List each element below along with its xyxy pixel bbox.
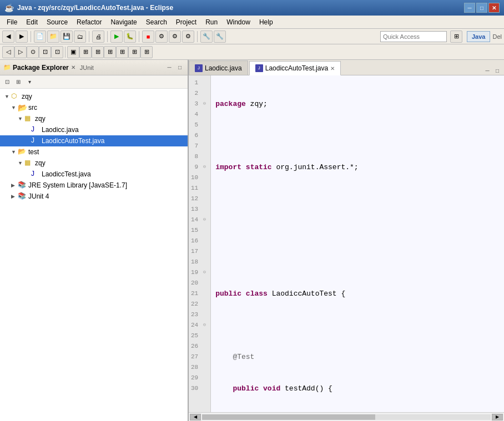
- ln-2: 2: [191, 88, 206, 99]
- label-zqy-pkg: zqy: [35, 115, 46, 123]
- menu-run[interactable]: Run: [201, 17, 222, 27]
- code-content[interactable]: package zqy; import static org.junit.Ass…: [211, 75, 504, 412]
- tree-item-src[interactable]: ▼ 📂 src: [0, 102, 188, 113]
- tree-item-test[interactable]: ▼ 📂 test: [0, 146, 188, 158]
- editor-max-btn[interactable]: □: [493, 66, 502, 75]
- toggle-test[interactable]: ▼: [11, 149, 18, 155]
- tree-item-laodicc[interactable]: ▶ J Laodicc.java: [0, 124, 188, 135]
- separator-4: [139, 31, 139, 42]
- tb-ext5[interactable]: 🔧: [214, 31, 226, 43]
- tb-run[interactable]: ▶: [110, 31, 123, 43]
- tb-stop[interactable]: ■: [142, 31, 154, 43]
- tb2-btn9[interactable]: ⊞: [104, 46, 116, 58]
- menu-edit[interactable]: Edit: [22, 17, 42, 27]
- tab-laodicc[interactable]: J Laodicc.java: [189, 60, 248, 75]
- tb-saveall[interactable]: 🗂: [74, 31, 86, 43]
- tb2-btn2[interactable]: ▷: [14, 46, 27, 58]
- code-line-2: [215, 130, 500, 141]
- label-autotest: LaodiccAutoTest.java: [42, 137, 104, 145]
- ln-5: 5: [191, 120, 206, 130]
- menu-refactor[interactable]: Refactor: [72, 17, 106, 27]
- tree-item-junit4[interactable]: ▶ 📚 JUnit 4: [0, 191, 188, 202]
- toggle-zqy-pkg[interactable]: ▼: [18, 116, 24, 121]
- separator-2: [89, 31, 89, 42]
- panel-min-btn[interactable]: ─: [165, 63, 174, 72]
- panel-collapse-all[interactable]: ⊡: [2, 77, 12, 87]
- scrollbar-thumb[interactable]: [202, 414, 375, 420]
- left-panel: 📁 Package Explorer ✕ JUnit ─ □ ⊡ ⊞ ▾ ▼ ⬡…: [0, 60, 189, 421]
- tb2-btn8[interactable]: ⊞: [92, 46, 104, 58]
- menu-search[interactable]: Search: [142, 17, 172, 27]
- tb-back[interactable]: ◀: [2, 31, 14, 43]
- menu-project[interactable]: Project: [172, 17, 201, 27]
- tree-item-laodicctest[interactable]: ▶ J LaodiccTest.java: [0, 169, 188, 180]
- main-area: 📁 Package Explorer ✕ JUnit ─ □ ⊡ ⊞ ▾ ▼ ⬡…: [0, 60, 504, 421]
- ln-4: 4: [191, 109, 206, 120]
- tb2-btn6[interactable]: ▣: [67, 46, 79, 58]
- horizontal-scrollbar[interactable]: ◀ ▶: [189, 412, 504, 421]
- tb2-btn4[interactable]: ⊡: [39, 46, 51, 58]
- test-pkg-icon: ▦: [24, 159, 33, 168]
- app-icon: ☕: [4, 3, 14, 12]
- package-icon: ▦: [24, 114, 33, 123]
- tb2-btn11[interactable]: ⊞: [128, 46, 140, 58]
- tb-forward[interactable]: ▶: [16, 31, 28, 43]
- menu-help[interactable]: Help: [255, 17, 278, 27]
- perspective-del[interactable]: Del: [492, 33, 502, 40]
- tb2-btn5[interactable]: ⊡: [51, 46, 63, 58]
- scrollbar-track[interactable]: [202, 414, 491, 420]
- tb-ext4[interactable]: 🔧: [200, 31, 213, 43]
- menu-source[interactable]: Source: [42, 17, 72, 27]
- menu-file[interactable]: File: [2, 17, 22, 27]
- tree-item-jre[interactable]: ▶ 📚 JRE System Library [JavaSE-1.7]: [0, 180, 188, 191]
- tree-item-zqy-root[interactable]: ▼ ⬡ zqy: [0, 91, 188, 102]
- ln-25: 25: [191, 331, 206, 341]
- maximize-button[interactable]: □: [476, 3, 487, 13]
- tb-ext1[interactable]: ⚙: [155, 31, 168, 43]
- tb-debug[interactable]: 🐛: [124, 31, 136, 43]
- tb-ext2[interactable]: ⚙: [169, 31, 181, 43]
- panel-tab-junit[interactable]: JUnit: [80, 64, 94, 71]
- tb-ext3[interactable]: ⚙: [182, 31, 194, 43]
- tb2-btn3[interactable]: ⊙: [27, 46, 39, 58]
- tb2-btn10[interactable]: ⊞: [116, 46, 128, 58]
- tab-close-autotest[interactable]: ✕: [330, 65, 335, 72]
- tab-laodiccautotest[interactable]: J LaodiccAutoTest.java ✕: [249, 61, 341, 75]
- toggle-src[interactable]: ▼: [11, 105, 18, 110]
- panel-max-btn[interactable]: □: [175, 63, 184, 72]
- tb-print[interactable]: 🖨: [92, 31, 104, 43]
- toggle-zqy[interactable]: ▼: [4, 94, 11, 99]
- toggle-jre[interactable]: ▶: [11, 182, 18, 188]
- tree-item-laodiccautotest[interactable]: ▶ J LaodiccAutoTest.java: [0, 135, 188, 146]
- label-src: src: [28, 104, 37, 111]
- tb2-btn7[interactable]: ⊞: [79, 46, 92, 58]
- perspective-icon[interactable]: ⊞: [450, 31, 462, 43]
- ln-19: 19⊖: [191, 267, 206, 278]
- toggle-junit4[interactable]: ▶: [11, 194, 18, 199]
- close-button[interactable]: ✕: [488, 3, 500, 13]
- code-editor[interactable]: 1 2 3⊖ 4 5 6 7 8 9⊖ 10 11 12 13 14⊖ 15 1…: [189, 75, 504, 412]
- toolbar-2: ◁ ▷ ⊙ ⊡ ⊡ ▣ ⊞ ⊞ ⊞ ⊞ ⊞ ⊞: [0, 44, 504, 60]
- toggle-test-zqy[interactable]: ▼: [18, 160, 24, 166]
- tb-new[interactable]: 📄: [34, 31, 46, 43]
- tb2-btn12[interactable]: ⊞: [140, 46, 153, 58]
- tb2-btn1[interactable]: ◁: [2, 46, 14, 58]
- minimize-button[interactable]: ─: [464, 3, 475, 13]
- scroll-left[interactable]: ◀: [190, 414, 201, 420]
- label-test-zqy: zqy: [35, 159, 46, 167]
- tb-save[interactable]: 💾: [61, 31, 73, 43]
- editor-min-btn[interactable]: ─: [483, 66, 492, 75]
- menu-window[interactable]: Window: [222, 17, 255, 27]
- menu-navigate[interactable]: Navigate: [106, 17, 141, 27]
- tree-item-test-zqy[interactable]: ▼ ▦ zqy: [0, 158, 188, 169]
- scroll-right[interactable]: ▶: [492, 414, 503, 420]
- panel-dropdown[interactable]: ▾: [24, 77, 34, 87]
- panel-folder-icon: 📁: [3, 64, 11, 71]
- tree-item-zqy-pkg[interactable]: ▼ ▦ zqy: [0, 113, 188, 124]
- ln-1: 1: [191, 78, 206, 88]
- ln-3: 3⊖: [191, 99, 206, 109]
- panel-link[interactable]: ⊞: [13, 77, 23, 87]
- perspective-java[interactable]: Java: [467, 31, 490, 42]
- tb-new2[interactable]: 📁: [47, 31, 59, 43]
- quick-access-input[interactable]: [380, 31, 447, 42]
